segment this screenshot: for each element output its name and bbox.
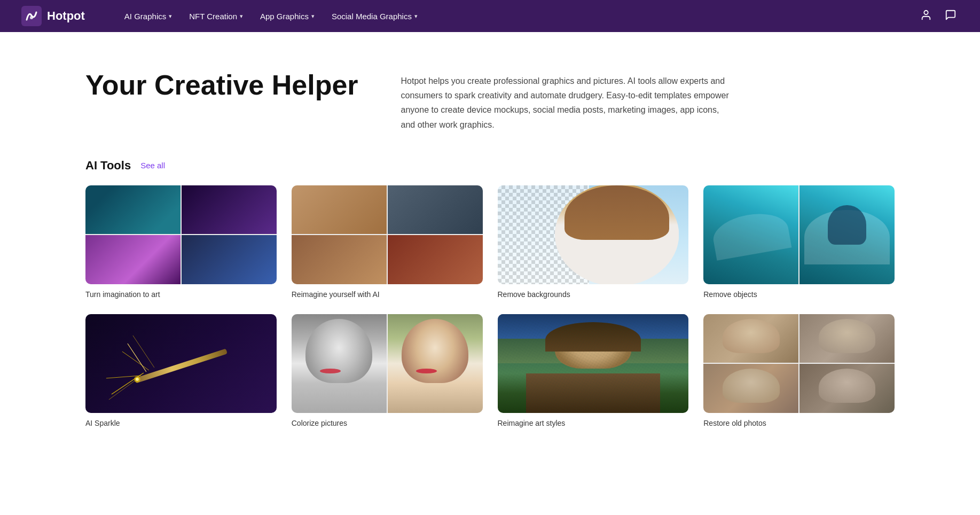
nav-item-nft-creation[interactable]: NFT Creation ▾ [182,7,250,25]
tool-card-label-sparkle: AI Sparkle [85,419,120,427]
old-photo-1 [703,314,798,363]
tool-card-label-remove-bg: Remove backgrounds [498,290,570,299]
tool-card-old-photos[interactable]: Restore old photos [703,314,895,428]
nav-item-ai-graphics[interactable]: AI Graphics ▾ [117,7,179,25]
user-icon[interactable] [918,7,934,26]
svg-rect-3 [135,348,228,383]
logo[interactable]: Hotpot [21,6,85,26]
tool-card-label-art-style: Reimagine art styles [498,419,566,427]
img-cell-4 [182,235,277,284]
nav-social-label: Social Media Graphics [332,12,412,21]
old-photo-2 [799,314,895,363]
tool-card-colorize[interactable]: Colorize pictures [292,314,483,428]
reimagine-cell-3 [292,235,387,284]
section-header: AI Tools See all [85,159,895,173]
svg-line-5 [122,352,149,370]
reimagine-cell-4 [388,235,483,284]
tool-card-art-style[interactable]: Reimagine art styles [498,314,689,428]
chevron-down-icon: ▾ [240,13,243,20]
ai-tools-section: AI Tools See all Turn imagination to art [0,159,980,449]
tool-card-remove-bg[interactable]: Remove backgrounds [498,185,689,299]
nav-item-social-media[interactable]: Social Media Graphics ▾ [324,7,425,25]
hero-title: Your Creative Helper [85,69,358,102]
tool-card-img-art-style [498,314,689,413]
tool-card-img-remove-bg [498,185,689,284]
svg-point-11 [136,378,139,381]
tool-card-sparkle[interactable]: AI Sparkle [85,314,277,428]
svg-line-8 [109,378,138,400]
wave-right [799,185,895,284]
tools-grid: Turn imagination to art Reimagine yourse… [85,185,895,428]
wave-left [703,185,798,284]
tool-card-img-remove-obj [703,185,895,284]
tool-card-label-colorize: Colorize pictures [292,419,347,427]
svg-point-2 [924,10,928,14]
logo-text: Hotpot [47,9,85,23]
svg-point-1 [30,16,33,19]
old-photo-4 [799,364,895,413]
nav-app-graphics-label: App Graphics [260,12,309,21]
tool-card-label-reimagine: Reimagine yourself with AI [292,290,380,299]
reimagine-cell-2 [388,185,483,235]
color-half [388,314,483,413]
tool-card-img-reimagine [292,185,483,284]
tool-card-label-old-photos: Restore old photos [703,419,766,427]
nav-actions [918,7,959,26]
chat-icon[interactable] [943,7,959,26]
tool-card-img-imagination [85,185,277,284]
chevron-down-icon: ▾ [311,13,315,20]
svg-line-6 [133,335,154,368]
chevron-down-icon: ▾ [414,13,418,20]
tool-card-imagination[interactable]: Turn imagination to art [85,185,277,299]
svg-line-4 [112,373,144,394]
sparkle-lines-svg [85,314,277,413]
reimagine-cell-1 [292,185,387,235]
tool-card-label-imagination: Turn imagination to art [85,290,160,299]
hotpot-logo-icon [21,6,42,26]
nav-item-app-graphics[interactable]: App Graphics ▾ [253,7,322,25]
nav-ai-graphics-label: AI Graphics [124,12,166,21]
tool-card-reimagine[interactable]: Reimagine yourself with AI [292,185,483,299]
hero-section: Your Creative Helper Hotpot helps you cr… [0,32,980,159]
nav-links: AI Graphics ▾ NFT Creation ▾ App Graphic… [117,7,918,25]
tool-card-remove-obj[interactable]: Remove objects [703,185,895,299]
bw-half [292,314,387,413]
old-photo-3 [703,364,798,413]
chevron-down-icon: ▾ [169,13,172,20]
section-title: AI Tools [85,159,131,173]
svg-line-9 [128,344,146,372]
img-cell-3 [85,235,181,284]
navbar: Hotpot AI Graphics ▾ NFT Creation ▾ App … [0,0,980,32]
img-cell-2 [182,185,277,235]
tool-card-img-old-photos [703,314,895,413]
tool-card-img-sparkle [85,314,277,413]
img-cell-1 [85,185,181,235]
nav-nft-label: NFT Creation [189,12,237,21]
see-all-link[interactable]: See all [140,161,165,170]
tool-card-label-remove-obj: Remove objects [703,290,757,299]
hero-description: Hotpot helps you create professional gra… [401,69,732,132]
tool-card-img-colorize [292,314,483,413]
